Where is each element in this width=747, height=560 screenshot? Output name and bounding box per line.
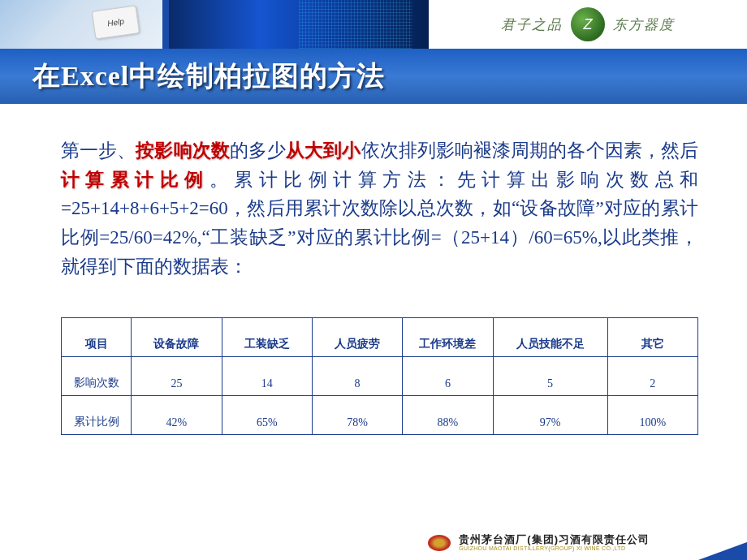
th-col1: 设备故障 [132, 318, 222, 357]
header-photo-keyboard: Help [0, 0, 162, 49]
header-brand-block: 君子之品 Z 东方器度 [429, 0, 747, 49]
brand-logo-icon: Z [571, 7, 605, 41]
row1-c3: 8 [312, 357, 402, 396]
row2-c2: 65% [222, 396, 312, 435]
row1-c4: 6 [403, 357, 493, 396]
th-col6: 其它 [607, 318, 697, 357]
row2-c4: 88% [403, 396, 493, 435]
th-col2: 工装缺乏 [222, 318, 312, 357]
slide-header: Help 君子之品 Z 东方器度 [0, 0, 747, 49]
brand-text-left: 君子之品 [501, 15, 563, 34]
body-text-b: 的多少 [230, 140, 286, 161]
row2-c6: 100% [607, 396, 697, 435]
table-row: 累计比例 42% 65% 78% 88% 97% 100% [62, 396, 698, 435]
slide-body: 第一步、按影响次数的多少从大到小依次排列影响褪漆周期的各个因素，然后计算累计比例… [0, 104, 747, 289]
header-photo-tech [169, 0, 429, 49]
row1-c6: 2 [607, 357, 697, 396]
th-col5: 人员技能不足 [493, 318, 607, 357]
highlight-1: 按影响次数 [136, 140, 229, 161]
header-accent-bar [162, 0, 169, 49]
footer-company-cn: 贵州茅台酒厂(集团)习酒有限责任公司 [459, 534, 650, 545]
row1-c1: 25 [132, 357, 222, 396]
row1-c2: 14 [222, 357, 312, 396]
highlight-3: 计算累计比例 [61, 170, 209, 190]
row2-label: 累计比例 [62, 396, 132, 435]
brand-text-right: 东方器度 [613, 15, 675, 34]
table-row: 影响次数 25 14 8 6 5 2 [62, 357, 698, 396]
corner-accent [698, 542, 747, 560]
th-col4: 工作环境差 [403, 318, 493, 357]
slide-title: 在Excel中绘制柏拉图的方法 [32, 58, 385, 95]
keyboard-help-key: Help [92, 5, 140, 39]
body-text-c: 依次排列影响褪漆周期的各个因素，然后 [361, 140, 699, 161]
th-item: 项目 [62, 318, 132, 357]
body-paragraph: 第一步、按影响次数的多少从大到小依次排列影响褪漆周期的各个因素，然后计算累计比例… [61, 136, 698, 281]
row1-label: 影响次数 [62, 357, 132, 396]
footer-logo-icon [428, 535, 451, 551]
table-header-row: 项目 设备故障 工装缺乏 人员疲劳 工作环境差 人员技能不足 其它 [62, 318, 698, 357]
th-col3: 人员疲劳 [312, 318, 402, 357]
footer-company-en: GUIZHOU MAOTAI DISTILLERY(GROUP) XI WINE… [459, 545, 650, 552]
highlight-2: 从大到小 [286, 140, 361, 161]
footer-text: 贵州茅台酒厂(集团)习酒有限责任公司 GUIZHOU MAOTAI DISTIL… [459, 534, 650, 552]
row2-c1: 42% [132, 396, 222, 435]
title-band: 在Excel中绘制柏拉图的方法 [0, 49, 747, 104]
row2-c5: 97% [493, 396, 607, 435]
slide-footer: 贵州茅台酒厂(集团)习酒有限责任公司 GUIZHOU MAOTAI DISTIL… [428, 534, 650, 552]
row2-c3: 78% [312, 396, 402, 435]
row1-c5: 5 [493, 357, 607, 396]
body-text-a: 第一步、 [61, 140, 136, 161]
pareto-data-table: 项目 设备故障 工装缺乏 人员疲劳 工作环境差 人员技能不足 其它 影响次数 2… [61, 317, 698, 435]
